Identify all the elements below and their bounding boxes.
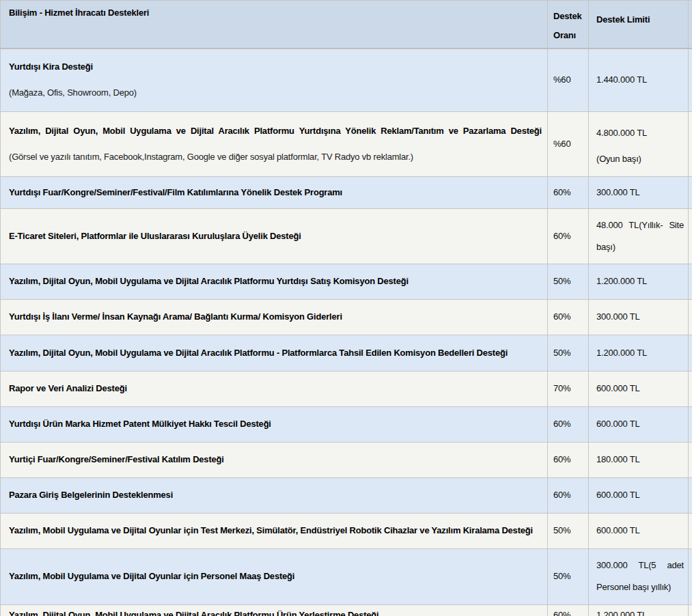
support-rate-cell: 60% xyxy=(548,442,589,477)
support-title: Yurtdışı Ürün Marka Hizmet Patent Mülkiy… xyxy=(9,417,542,431)
support-limit-cell: 600.000 TL xyxy=(589,371,689,406)
support-name-cell: Yazılım, Dijital Oyun, Mobil Uygulama ve… xyxy=(1,604,548,616)
cutoff-strip-cell xyxy=(689,335,692,371)
support-title: Yazılım, Dijital Oyun, Mobil Uygulama ve… xyxy=(9,609,542,616)
support-limit-cell: 4.800.000 TL (Oyun başı) xyxy=(589,111,689,176)
support-rate-value: 50% xyxy=(553,275,583,288)
support-rate-value: 50% xyxy=(553,347,583,359)
support-rate-value: 70% xyxy=(553,382,583,395)
support-name-cell: Yurtdışı Fuar/Kongre/Seminer/Festival/Fi… xyxy=(1,176,548,208)
support-title: Yazılım, Dijital Oyun, Mobil Uygulama ve… xyxy=(9,124,542,138)
support-limit-value: 1.200.000 TL xyxy=(596,342,684,364)
cutoff-strip-cell xyxy=(689,548,692,604)
support-rate-cell: 50% xyxy=(548,548,589,604)
support-note: (Görsel ve yazılı tanıtım, Facebook,Inst… xyxy=(9,150,542,164)
cutoff-strip-cell xyxy=(689,264,692,299)
table-row: Yazılım, Dijital Oyun, Mobil Uygulama ve… xyxy=(1,264,692,299)
cutoff-strip-cell xyxy=(689,1,692,49)
support-limit-value: 600.000 TL xyxy=(596,484,684,506)
table-body: Bilişim - Hizmet İhracatı Destekleri Des… xyxy=(1,1,692,616)
support-rate-value: 60% xyxy=(553,186,583,199)
cutoff-strip-cell xyxy=(689,111,692,176)
support-rate-cell: 50% xyxy=(548,335,589,371)
cutoff-strip-cell xyxy=(689,442,692,477)
support-limit-cell: 600.000 TL xyxy=(589,513,689,548)
support-title: Yazılım, Mobil Uygulama ve Dijital Oyunl… xyxy=(9,570,542,583)
support-title: E-Ticaret Siteleri, Platformlar ile Ulus… xyxy=(9,229,542,243)
support-name-cell: Yurtiçi Fuar/Kongre/Seminer/Festival Kat… xyxy=(1,442,548,477)
support-limit-value: 48.000 TL(Yıllık- Site başı) xyxy=(596,214,684,258)
support-title: Rapor ve Veri Analizi Desteği xyxy=(9,382,542,395)
support-limit-value: 1.200.000 TL xyxy=(596,609,684,616)
cutoff-strip-cell xyxy=(689,176,692,208)
cutoff-strip-cell xyxy=(689,477,692,513)
support-rate-cell: 50% xyxy=(548,264,589,299)
support-name-cell: Yazılım, Dijital Oyun, Mobil Uygulama ve… xyxy=(1,335,548,371)
support-rate-cell: 60% xyxy=(548,406,589,442)
support-title: Yurtdışı Fuar/Kongre/Seminer/Festival/Fi… xyxy=(9,186,542,199)
cutoff-strip-cell xyxy=(689,371,692,406)
support-limit-cell: 48.000 TL(Yıllık- Site başı) xyxy=(589,208,689,264)
table-row: Yurtiçi Fuar/Kongre/Seminer/Festival Kat… xyxy=(1,442,692,477)
cutoff-strip-cell xyxy=(689,604,692,616)
table-row: Pazara Giriş Belgelerinin Desteklenmesi … xyxy=(1,477,692,513)
support-limit-cell: 300.000 TL(5 adet Personel başı yıllık) xyxy=(589,548,689,604)
support-limit-note: (Oyun başı) xyxy=(596,152,684,166)
table-row: Yurtdışı Ürün Marka Hizmet Patent Mülkiy… xyxy=(1,406,692,442)
support-rate-value: 60% xyxy=(553,418,583,430)
support-limit-value: 600.000 TL xyxy=(596,413,684,435)
cutoff-strip-cell xyxy=(689,48,692,111)
support-name-cell: Yurtdışı Ürün Marka Hizmet Patent Mülkiy… xyxy=(1,406,548,442)
support-limit-value: 4.800.000 TL xyxy=(596,122,684,144)
table-row: E-Ticaret Siteleri, Platformlar ile Ulus… xyxy=(1,208,692,264)
table-row: Yazılım, Dijital Oyun, Mobil Uygulama ve… xyxy=(1,111,692,176)
support-rate-cell: 60% xyxy=(548,299,589,335)
support-limit-value: 600.000 TL xyxy=(596,520,684,542)
support-limit-cell: 600.000 TL xyxy=(589,406,689,442)
support-limit-cell: 1.200.000 TL xyxy=(589,604,689,616)
support-name-cell: Yurtdışı İş İlanı Verme/ İnsan Kaynağı A… xyxy=(1,299,548,335)
support-rate-value: 60% xyxy=(553,230,583,242)
support-name-cell: Yazılım, Dijital Oyun, Mobil Uygulama ve… xyxy=(1,111,548,176)
support-limit-value: 1.200.000 TL xyxy=(596,270,684,292)
support-rate-value: 60% xyxy=(553,609,583,616)
header-cell-rate: Destek Oranı xyxy=(548,1,589,49)
support-rate-value: 50% xyxy=(553,524,583,537)
support-rate-value: 60% xyxy=(553,489,583,501)
support-table: Bilişim - Hizmet İhracatı Destekleri Des… xyxy=(0,0,692,616)
cutoff-strip-cell xyxy=(689,513,692,548)
support-rate-cell: 50% xyxy=(548,513,589,548)
header-cell-name: Bilişim - Hizmet İhracatı Destekleri xyxy=(1,1,548,49)
support-limit-value: 300.000 TL xyxy=(596,182,684,204)
table-row: Yurtdışı Kira Desteği (Mağaza, Ofis, Sho… xyxy=(1,48,692,111)
header-rate-label: Destek Oranı xyxy=(553,7,583,45)
support-rate-cell: 60% xyxy=(548,604,589,616)
support-name-cell: Yazılım, Dijital Oyun, Mobil Uygulama ve… xyxy=(1,264,548,299)
support-limit-value: 300.000 TL(5 adet Personel başı yıllık) xyxy=(596,555,684,598)
support-rate-value: %60 xyxy=(553,74,583,86)
support-limit-cell: 1.440.000 TL xyxy=(589,48,689,111)
support-limit-value: 180.000 TL xyxy=(596,449,684,471)
support-limit-value: 600.000 TL xyxy=(596,378,684,400)
support-title: Yurtdışı Kira Desteği xyxy=(9,60,542,74)
support-limit-value: 1.440.000 TL xyxy=(596,69,684,91)
support-note: (Mağaza, Ofis, Showroom, Depo) xyxy=(9,86,542,100)
support-name-cell: Yazılım, Mobil Uygulama ve Dijital Oyunl… xyxy=(1,548,548,604)
support-name-cell: Yurtdışı Kira Desteği (Mağaza, Ofis, Sho… xyxy=(1,48,548,111)
table-row: Yazılım, Mobil Uygulama ve Dijital Oyunl… xyxy=(1,548,692,604)
cutoff-strip-cell xyxy=(689,299,692,335)
table-row: Rapor ve Veri Analizi Desteği 70% 600.00… xyxy=(1,371,692,406)
support-title: Yazılım, Dijital Oyun, Mobil Uygulama ve… xyxy=(9,275,542,288)
support-rate-cell: %60 xyxy=(548,48,589,111)
support-limit-cell: 600.000 TL xyxy=(589,477,689,513)
support-name-cell: Yazılım, Mobil Uygulama ve Dijital Oyunl… xyxy=(1,513,548,548)
document-page: Bilişim - Hizmet İhracatı Destekleri Des… xyxy=(0,0,692,616)
support-limit-cell: 180.000 TL xyxy=(589,442,689,477)
table-row: Yurtdışı İş İlanı Verme/ İnsan Kaynağı A… xyxy=(1,299,692,335)
support-limit-cell: 300.000 TL xyxy=(589,176,689,208)
support-title: Pazara Giriş Belgelerinin Desteklenmesi xyxy=(9,488,542,502)
support-name-cell: E-Ticaret Siteleri, Platformlar ile Ulus… xyxy=(1,208,548,264)
support-rate-cell: 60% xyxy=(548,208,589,264)
support-title: Yazılım, Mobil Uygulama ve Dijital Oyunl… xyxy=(9,524,542,537)
support-limit-value: 300.000 TL xyxy=(596,306,684,328)
